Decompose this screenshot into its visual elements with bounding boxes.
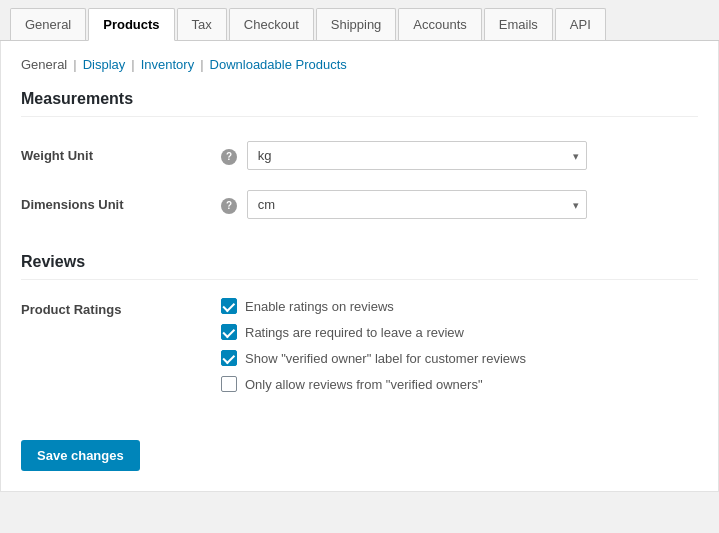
save-changes-button[interactable]: Save changes [21,440,140,471]
checkbox-row-verified-owner-label: Show "verified owner" label for customer… [221,350,698,366]
tab-tax[interactable]: Tax [177,8,227,40]
checkbox-ratings-required[interactable] [221,324,237,340]
breadcrumb-item-inventory[interactable]: Inventory [141,57,194,72]
breadcrumb-sep-3: | [200,57,203,72]
dimensions-unit-select-wrapper: cmminyd ▾ [247,190,587,219]
weight-help-icon[interactable]: ? [221,149,237,165]
tab-shipping[interactable]: Shipping [316,8,397,40]
checkbox-verified-owner-label[interactable] [221,350,237,366]
tab-general[interactable]: General [10,8,86,40]
checkbox-row-only-verified: Only allow reviews from "verified owners… [221,376,698,392]
dimensions-unit-select[interactable]: cmminyd [247,190,587,219]
breadcrumb-item-general: General [21,57,67,72]
product-ratings-checkboxes: Enable ratings on reviewsRatings are req… [221,294,698,406]
reviews-table: Product Ratings Enable ratings on review… [21,294,698,406]
tab-api[interactable]: API [555,8,606,40]
dimensions-help-icon[interactable]: ? [221,198,237,214]
breadcrumb-item-display[interactable]: Display [83,57,126,72]
checkbox-label-enable-ratings: Enable ratings on reviews [245,299,394,314]
tab-emails[interactable]: Emails [484,8,553,40]
reviews-title: Reviews [21,253,698,280]
breadcrumb-sep-1: | [73,57,76,72]
weight-unit-select-wrapper: kglbsozg ▾ [247,141,587,170]
measurements-title: Measurements [21,90,698,117]
checkbox-row-ratings-required: Ratings are required to leave a review [221,324,698,340]
dimensions-unit-label: Dimensions Unit [21,180,221,229]
tabs-bar: GeneralProductsTaxCheckoutShippingAccoun… [0,0,719,41]
checkbox-enable-ratings[interactable] [221,298,237,314]
breadcrumb-item-downloadable-products[interactable]: Downloadable Products [210,57,347,72]
tab-products[interactable]: Products [88,8,174,41]
weight-unit-label: Weight Unit [21,131,221,180]
checkbox-label-only-verified: Only allow reviews from "verified owners… [245,377,483,392]
breadcrumb-sep-2: | [131,57,134,72]
breadcrumb: General|Display|Inventory|Downloadable P… [21,57,698,72]
weight-unit-select[interactable]: kglbsozg [247,141,587,170]
tab-checkout[interactable]: Checkout [229,8,314,40]
checkbox-only-verified[interactable] [221,376,237,392]
tab-accounts[interactable]: Accounts [398,8,481,40]
product-ratings-label: Product Ratings [21,294,221,406]
checkbox-label-verified-owner-label: Show "verified owner" label for customer… [245,351,526,366]
checkbox-label-ratings-required: Ratings are required to leave a review [245,325,464,340]
checkbox-row-enable-ratings: Enable ratings on reviews [221,298,698,314]
content-area: General|Display|Inventory|Downloadable P… [0,41,719,492]
measurements-table: Weight Unit ? kglbsozg ▾ Dimensions Unit… [21,131,698,229]
